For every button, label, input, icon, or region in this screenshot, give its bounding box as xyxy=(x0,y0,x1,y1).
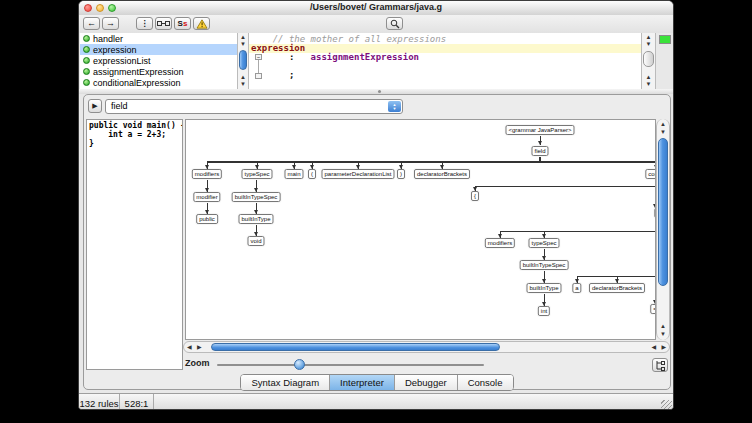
editor-scrollbar[interactable]: ▲ ▼ ▲ ▼ xyxy=(641,33,656,89)
rule-status-icon xyxy=(83,35,90,42)
syntax-coloring-icon: Ss xyxy=(178,20,188,28)
rule-name: assignmentExpression xyxy=(93,67,184,77)
rule-status-icon xyxy=(83,46,90,53)
editor-line: // the mother of all expressions xyxy=(249,35,641,44)
scrollbar-thumb[interactable] xyxy=(658,138,668,286)
rule-status-icon xyxy=(83,57,90,64)
parse-tree-edges xyxy=(186,120,656,340)
rule-list[interactable]: handlerexpressionexpressionListassignmen… xyxy=(80,33,238,89)
tree-node: <grammar JavaParser> xyxy=(505,125,574,135)
scroll-up-arrow[interactable]: ▲ xyxy=(642,74,655,81)
status-bar: 132 rules 528:1 xyxy=(79,393,673,410)
scroll-down-arrow[interactable]: ▼ xyxy=(657,331,669,338)
tab-console[interactable]: Console xyxy=(458,375,513,390)
scroll-down-arrow[interactable]: ▼ xyxy=(657,129,669,136)
tree-node: int xyxy=(538,306,550,316)
scroll-up-arrow[interactable]: ▲ xyxy=(238,74,248,81)
scrollbar-thumb[interactable] xyxy=(211,343,500,351)
scrollbar-thumb[interactable] xyxy=(239,50,247,70)
tree-node: builtInTypeSpec xyxy=(520,260,569,270)
ideas-warning-button[interactable] xyxy=(193,17,210,30)
scroll-right-arrow[interactable]: ▶ xyxy=(197,342,202,352)
rule-list-item[interactable]: expressionList xyxy=(80,55,237,66)
resize-grip[interactable] xyxy=(661,400,672,410)
titlebar[interactable]: /Users/bovet/ Grammars/java.g xyxy=(79,1,673,16)
forward-icon: → xyxy=(106,19,115,28)
toolbar: ← → ⋮ Ss xyxy=(79,15,673,33)
test-input-editor[interactable]: public void main() { int a = 2+3;} xyxy=(86,119,183,370)
rule-name: expression xyxy=(93,45,137,55)
start-rule-combobox[interactable]: field ▲▼ xyxy=(105,99,403,114)
scroll-down-arrow[interactable]: ▼ xyxy=(238,41,248,48)
rule-list-item[interactable]: expression xyxy=(80,44,237,55)
tree-node: declaratorBrackets xyxy=(414,169,470,179)
tree-node: public xyxy=(196,214,218,224)
rule-list-item[interactable]: conditionalExpression xyxy=(80,77,237,88)
syntax-diagram-toggle-button[interactable] xyxy=(155,17,172,30)
scroll-left-arrow[interactable]: ◀ xyxy=(651,342,656,352)
input-line: int a = 2+3; xyxy=(89,130,182,139)
tree-node: declaratorBrackets xyxy=(589,283,645,293)
find-button[interactable] xyxy=(386,17,403,30)
tab-syntax-diagram[interactable]: Syntax Diagram xyxy=(241,375,330,390)
scroll-up-arrow[interactable]: ▲ xyxy=(642,34,655,41)
scroll-up-arrow[interactable]: ▲ xyxy=(238,34,248,41)
scrollbar-thumb[interactable] xyxy=(643,51,654,67)
scroll-right-arrow[interactable]: ▶ xyxy=(661,342,666,352)
tree-node: ) xyxy=(397,169,405,179)
editor-line: ; xyxy=(249,71,641,80)
tab-debugger[interactable]: Debugger xyxy=(395,375,458,390)
forward-button[interactable]: → xyxy=(102,17,119,30)
tree-node: modifiers xyxy=(485,238,515,248)
scroll-down-arrow[interactable]: ▼ xyxy=(642,41,655,48)
tree-node: modifier xyxy=(193,192,220,202)
parse-tree-canvas[interactable]: <grammar JavaParser>fieldmodifierstypeSp… xyxy=(185,119,656,340)
sort-rules-button[interactable]: ⋮ xyxy=(136,17,153,30)
rule-list-item[interactable]: assignmentExpression xyxy=(80,66,237,77)
scroll-left-arrow[interactable]: ◀ xyxy=(187,342,192,352)
rule-name: handler xyxy=(93,34,123,44)
tree-node: a xyxy=(572,283,581,293)
syntax-coloring-button[interactable]: Ss xyxy=(174,17,191,30)
tree-vertical-scrollbar[interactable]: ▲ ▼ ▲ ▼ xyxy=(656,119,670,340)
tree-node: modifiers xyxy=(192,169,222,179)
scroll-up-arrow[interactable]: ▲ xyxy=(657,323,669,330)
tab-interpreter[interactable]: Interpreter xyxy=(330,375,395,390)
tree-node: main xyxy=(284,169,303,179)
expand-tree-icon xyxy=(655,360,665,371)
app-window: /Users/bovet/ Grammars/java.g ← → ⋮ Ss xyxy=(78,0,674,410)
warning-icon xyxy=(196,19,208,29)
start-rule-value: field xyxy=(111,101,128,111)
tree-node: compoundStatement xyxy=(645,169,656,179)
zoom-slider-track[interactable] xyxy=(217,364,484,366)
scroll-down-arrow[interactable]: ▼ xyxy=(642,81,655,88)
combobox-stepper-icon: ▲▼ xyxy=(388,101,401,112)
tree-node: builtInType xyxy=(526,283,561,293)
input-line: } xyxy=(89,139,182,148)
tree-horizontal-scrollbar[interactable]: ◀ ▶ ◀ ▶ xyxy=(183,341,670,353)
tree-node: typeSpec xyxy=(528,238,559,248)
tree-node: ( xyxy=(308,169,316,179)
cursor-position-status: 528:1 xyxy=(120,394,154,410)
back-button[interactable]: ← xyxy=(83,17,100,30)
expand-tree-button[interactable] xyxy=(652,358,668,372)
tree-node: field xyxy=(531,146,548,156)
sort-rules-icon: ⋮ xyxy=(141,20,149,28)
rule-list-item[interactable]: handler xyxy=(80,33,237,44)
grammar-editor[interactable]: − // the mother of all expressionsexpres… xyxy=(249,33,641,91)
run-interpreter-button[interactable]: ▶ xyxy=(88,99,102,113)
interpreter-pane: ▶ field ▲▼ public void main() { int a = … xyxy=(83,94,671,390)
back-icon: ← xyxy=(87,19,96,28)
tree-node: void xyxy=(247,236,264,246)
rule-name: conditionalExpression xyxy=(93,78,181,88)
desktop: /Users/bovet/ Grammars/java.g ← → ⋮ Ss xyxy=(0,0,752,423)
tree-node: builtInType xyxy=(238,214,273,224)
zoom-slider-thumb[interactable] xyxy=(294,359,305,370)
scroll-down-arrow[interactable]: ▼ xyxy=(238,81,248,88)
syntax-diagram-icon xyxy=(157,19,170,28)
tree-node: { xyxy=(471,191,479,201)
rule-list-scrollbar[interactable]: ▲ ▼ ▲ ▼ xyxy=(237,33,249,89)
scroll-up-arrow[interactable]: ▲ xyxy=(657,121,669,128)
bottom-tabs: Syntax DiagramInterpreterDebuggerConsole xyxy=(84,374,670,391)
rules-count-status: 132 rules xyxy=(79,394,120,410)
